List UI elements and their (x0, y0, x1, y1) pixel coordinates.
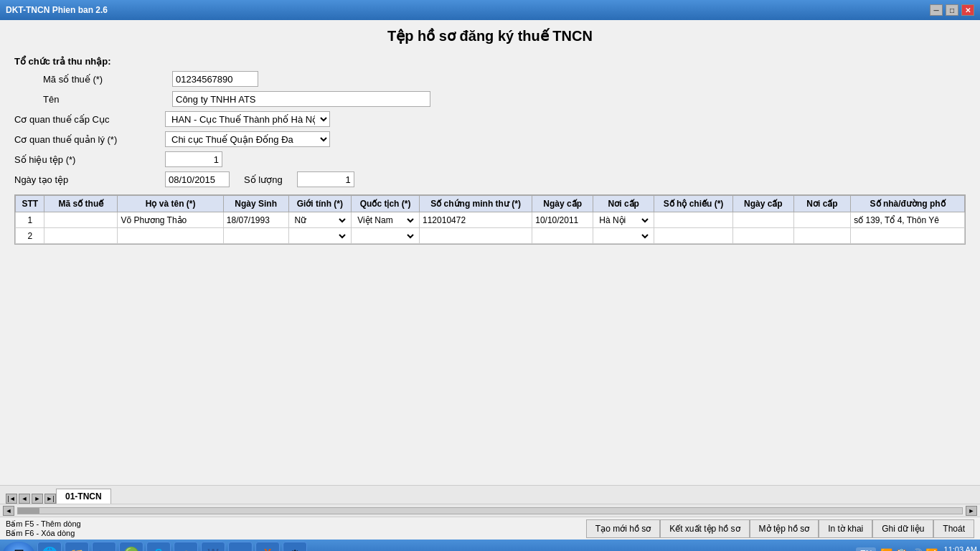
cell-sohochieu-input[interactable] (657, 215, 730, 225)
cell-quoctich-select[interactable]: Việt NamKhác (354, 230, 416, 242)
cap-cuc-select[interactable]: HAN - Cục Thuế Thành phố Hà Nội (165, 111, 330, 127)
cell-noicap-select[interactable]: Hà NộiHồ Chí Minh (596, 230, 651, 242)
cell-hoten-input[interactable] (121, 215, 220, 225)
window-controls: ─ □ ✕ (930, 4, 974, 16)
cell-mst-input[interactable] (47, 231, 114, 241)
scroll-next-btn[interactable]: ► (32, 494, 43, 504)
taskbar-skype[interactable]: S (146, 542, 171, 551)
ghi-du-lieu-button[interactable]: Ghi dữ liệu (872, 519, 933, 538)
cell-gioitinh-select[interactable]: NữNam (292, 230, 349, 242)
taskbar-excel[interactable]: X (255, 542, 280, 551)
tab-01-tncn[interactable]: 01-TNCN (56, 489, 111, 504)
cell-gioitinh[interactable]: NữNam (288, 228, 352, 244)
so-luong-input[interactable] (297, 171, 354, 187)
cell-quoctich[interactable]: Việt NamKhác (352, 228, 420, 244)
table-row: 1NữNamViệt NamKhácHà NộiHồ Chí Minh (16, 212, 965, 228)
cell-noicap[interactable]: Hà NộiHồ Chí Minh (593, 228, 654, 244)
taskbar-htdkt[interactable]: HTDKT (228, 542, 253, 551)
taskbar-media[interactable]: ▶ (92, 542, 116, 551)
cell-ngaycap2-input[interactable] (736, 231, 791, 241)
tax-input[interactable] (172, 71, 258, 87)
col-header-mst: Mã số thuế (44, 196, 118, 212)
cell-ngaycap2[interactable] (732, 228, 793, 244)
thoat-button[interactable]: Thoát (933, 519, 974, 538)
cell-sonha-input[interactable] (854, 231, 961, 241)
cell-socmnd-input[interactable] (423, 215, 529, 225)
cell-gioitinh-select[interactable]: NữNam (292, 215, 349, 226)
taskbar-ie[interactable]: 🌐 (37, 542, 62, 551)
tax-label: Mã số thuế (*) (43, 74, 172, 85)
scroll-prev-btn[interactable]: ◄ (19, 494, 30, 504)
cell-ngaycap[interactable] (532, 212, 593, 228)
taskbar-settings[interactable]: ⚙ (283, 542, 307, 551)
so-hieu-input[interactable] (165, 151, 222, 167)
cell-ngaysinh[interactable] (223, 212, 288, 228)
cell-quoctich-select[interactable]: Việt NamKhác (354, 215, 416, 226)
close-button[interactable]: ✕ (961, 4, 974, 16)
cell-socmnd[interactable] (420, 228, 532, 244)
scroll-left-btn[interactable]: ◄ (3, 506, 14, 516)
cell-hoten[interactable] (118, 228, 223, 244)
ngay-tao-label: Ngày tạo tệp (14, 174, 165, 185)
taskbar-right: EN 🔼 📋 🔊 📶 11:03 AM 10/8/2015 (856, 545, 977, 551)
quan-ly-select[interactable]: Chi cục Thuế Quận Đống Đa (165, 131, 330, 147)
cell-quoctich[interactable]: Việt NamKhác (352, 212, 420, 228)
horizontal-scrollbar[interactable]: ◄ ► (0, 504, 980, 517)
name-input[interactable] (172, 91, 430, 107)
scroll-last-btn[interactable]: ►| (44, 494, 56, 504)
cell-ngaycap-input[interactable] (535, 231, 590, 241)
cell-sonha[interactable] (851, 212, 965, 228)
col-header-stt: STT (16, 196, 44, 212)
scroll-right-btn[interactable]: ► (966, 506, 977, 516)
col-header-ngaysinh: Ngày Sinh (223, 196, 288, 212)
taskbar-app5[interactable]: ⊙ (174, 542, 198, 551)
col-header-quoctich: Quốc tịch (*) (352, 196, 420, 212)
org-label-row: Tổ chức trả thu nhập: (14, 56, 966, 67)
cell-sohochieu[interactable] (654, 212, 733, 228)
cell-sohochieu-input[interactable] (657, 231, 730, 241)
maximize-button[interactable]: □ (946, 4, 958, 16)
cell-ngaycap2-input[interactable] (736, 215, 791, 225)
cell-gioitinh[interactable]: NữNam (288, 212, 352, 228)
cell-hoten[interactable] (118, 212, 223, 228)
tao-moi-button[interactable]: Tạo mới hồ sơ (586, 519, 660, 538)
cell-ngaycap2[interactable] (732, 212, 793, 228)
ngay-tao-input[interactable] (165, 171, 230, 187)
cell-noicap2-input[interactable] (797, 231, 847, 241)
cell-socmnd-input[interactable] (423, 231, 529, 241)
cell-sonha-input[interactable] (854, 215, 961, 225)
so-luong-label: Số lượng (244, 174, 283, 185)
taskbar-folder[interactable]: 📁 (65, 542, 89, 551)
cell-sohochieu[interactable] (654, 228, 733, 244)
taskbar-word[interactable]: W (201, 542, 225, 551)
mo-tep-button[interactable]: Mở tệp hồ sơ (750, 519, 819, 538)
cell-sonha[interactable] (851, 228, 965, 244)
cell-noicap2[interactable] (793, 228, 850, 244)
main-content: Tệp hồ sơ đăng ký thuế TNCN Tổ chức trả … (0, 20, 980, 485)
start-button[interactable]: ⊞ (3, 542, 34, 551)
cell-mst[interactable] (44, 212, 118, 228)
minimize-button[interactable]: ─ (930, 4, 943, 16)
cell-ngaysinh[interactable] (223, 228, 288, 244)
scroll-first-btn[interactable]: |◄ (6, 494, 17, 504)
cell-noicap2-input[interactable] (797, 215, 847, 225)
cell-ngaysinh-input[interactable] (227, 231, 286, 241)
cell-mst[interactable] (44, 228, 118, 244)
name-label: Tên (43, 94, 172, 105)
taskbar-chrome[interactable]: 🟢 (119, 542, 143, 551)
cell-noicap[interactable]: Hà NộiHồ Chí Minh (593, 212, 654, 228)
cap-cuc-label: Cơ quan thuế cấp Cục (14, 114, 165, 125)
ket-xuat-button[interactable]: Kết xuất tệp hồ sơ (660, 519, 749, 538)
cell-noicap-select[interactable]: Hà NộiHồ Chí Minh (596, 215, 651, 226)
cell-hoten-input[interactable] (121, 231, 220, 241)
taskbar-clock: 11:03 AM 10/8/2015 (942, 545, 977, 551)
cell-ngaycap-input[interactable] (535, 215, 590, 225)
cell-ngaysinh-input[interactable] (227, 215, 286, 225)
cell-mst-input[interactable] (47, 215, 114, 225)
in-to-khai-button[interactable]: In tờ khai (819, 519, 872, 538)
scroll-track[interactable] (17, 507, 963, 514)
cell-ngaycap[interactable] (532, 228, 593, 244)
col-header-noicap2: Nơi cấp (793, 196, 850, 212)
cell-socmnd[interactable] (420, 212, 532, 228)
cell-noicap2[interactable] (793, 212, 850, 228)
